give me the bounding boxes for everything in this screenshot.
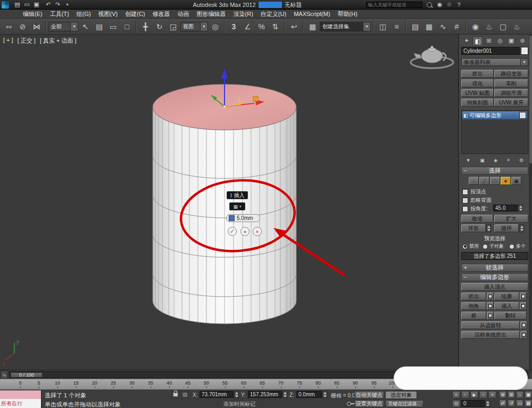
- select-and-scale-icon[interactable]: ◲: [167, 20, 180, 34]
- preview-subobject-radio[interactable]: [483, 244, 488, 249]
- menu-create[interactable]: 创建(C): [121, 10, 148, 19]
- caddy-type-dropdown[interactable]: ▦ ▾: [229, 202, 245, 210]
- menu-maxscript[interactable]: MAXScript(M): [290, 10, 334, 18]
- loop-spinner[interactable]: [519, 224, 524, 232]
- by-vertex-checkbox[interactable]: [462, 189, 468, 195]
- menu-modifiers[interactable]: 修改器: [149, 10, 174, 19]
- modifier-button-uvwmap[interactable]: UVW 贴图: [461, 89, 494, 97]
- mirror-icon[interactable]: ◫: [376, 20, 389, 34]
- caddy-cancel-button[interactable]: ×: [253, 227, 262, 236]
- z-coord-field[interactable]: 0.0mm: [296, 391, 322, 398]
- extrude-button[interactable]: 挤出: [461, 292, 486, 300]
- modifier-button-lathe[interactable]: 车削: [494, 79, 528, 87]
- go-to-start-button[interactable]: «: [452, 391, 460, 398]
- ring-spinner[interactable]: [486, 224, 491, 232]
- angle-snap-icon[interactable]: ∠: [241, 20, 254, 34]
- key-mode-toggle[interactable]: ⊙: [452, 400, 460, 407]
- new-scene-icon[interactable]: ▤: [13, 1, 22, 9]
- object-name-field[interactable]: Cylinder001: [461, 47, 520, 55]
- extrude-settings-button[interactable]: [487, 292, 494, 300]
- previous-frame-button[interactable]: ‹: [461, 391, 469, 398]
- remove-modifier-icon[interactable]: ×: [507, 157, 510, 163]
- select-and-move-icon[interactable]: ╋: [139, 20, 152, 34]
- named-selection-dropdown[interactable]: 创建选择集 ▾: [320, 22, 371, 31]
- key-filters-button[interactable]: 关键点过滤器...: [385, 400, 423, 407]
- material-editor-icon[interactable]: ◉: [469, 20, 482, 34]
- panel-scrollbar[interactable]: [529, 35, 532, 370]
- keyboard-override-icon[interactable]: ↩: [287, 20, 301, 34]
- graphite-ribbon-icon[interactable]: ▦: [422, 20, 436, 34]
- subobject-edge-icon[interactable]: ╱: [479, 177, 489, 185]
- subobject-border-icon[interactable]: □: [490, 177, 500, 185]
- caddy-insert-button[interactable]: ∥ 插入: [227, 191, 248, 199]
- play-button[interactable]: ▶: [470, 391, 478, 398]
- menu-graph-editors[interactable]: 图形编辑器: [193, 10, 230, 19]
- use-pivot-center-icon[interactable]: ◎: [209, 20, 222, 34]
- extrude-along-spline-button[interactable]: 沿样条线挤出: [461, 331, 520, 339]
- by-angle-checkbox[interactable]: [462, 206, 468, 212]
- caddy-apply-button[interactable]: +: [240, 227, 250, 236]
- insert-vertex-button[interactable]: 插入顶点: [461, 283, 528, 291]
- viewport-pov-menu[interactable]: [ 正交 ]: [18, 37, 36, 45]
- maxscript-mini-listener[interactable]: 所有在行: [0, 399, 41, 408]
- tab-modify[interactable]: ◧: [472, 36, 483, 45]
- schematic-view-icon[interactable]: #: [450, 20, 463, 34]
- select-object-icon[interactable]: ↖: [79, 20, 92, 34]
- set-key-button[interactable]: 设置关键点: [354, 400, 384, 407]
- modifier-list-dropdown[interactable]: 修改器列表 ▾: [461, 58, 528, 66]
- rollout-soft-selection-header[interactable]: + 软选择: [461, 264, 528, 272]
- x-coord-field[interactable]: 73.701mm: [200, 391, 234, 398]
- viewport-shading-menu[interactable]: [ 真实 + 边面 ]: [40, 37, 77, 45]
- configure-modifier-sets-icon[interactable]: ⚙: [519, 158, 523, 163]
- orbit-button[interactable]: ↺: [508, 399, 515, 407]
- extrude-along-spline-settings-button[interactable]: [520, 331, 527, 339]
- ring-button[interactable]: 环形: [461, 224, 486, 232]
- infocenter-search-input[interactable]: [366, 2, 422, 8]
- hinge-from-edge-button[interactable]: 从边旋转: [461, 321, 520, 329]
- zoom-extents-all-button[interactable]: ▣: [525, 391, 532, 398]
- selection-lock-toggle[interactable]: [171, 391, 179, 398]
- show-end-result-icon[interactable]: ▣: [480, 158, 485, 163]
- subobject-level-icon[interactable]: [519, 112, 526, 119]
- modifier-button-uvwunwrap[interactable]: UVW 展开: [494, 99, 528, 107]
- rendered-frame-window-icon[interactable]: ▢: [496, 20, 510, 34]
- add-time-tag[interactable]: 添加时间标记: [223, 401, 255, 408]
- ignore-backfacing-checkbox[interactable]: [462, 198, 468, 203]
- zoom-button[interactable]: ⊕: [499, 391, 506, 398]
- modifier-button-turbosmooth[interactable]: 涡轮平滑: [494, 89, 528, 97]
- caddy-amount-field[interactable]: 5.0mm: [226, 214, 260, 222]
- menu-group[interactable]: 组(G): [73, 10, 95, 19]
- subobject-vertex-icon[interactable]: ∴: [469, 177, 479, 185]
- x-coord-spinner[interactable]: [234, 391, 239, 398]
- spinner-snap-icon[interactable]: ⇅: [269, 20, 282, 34]
- outline-settings-button[interactable]: [520, 292, 527, 300]
- modifier-button-optimize[interactable]: 优化: [461, 79, 494, 87]
- menu-rendering[interactable]: 渲染(R): [230, 10, 257, 19]
- current-frame-spinner[interactable]: [485, 400, 490, 407]
- subobject-polygon-icon[interactable]: ■: [501, 177, 511, 185]
- tab-motion[interactable]: ◎: [495, 36, 505, 45]
- preview-disable-radio[interactable]: [462, 244, 468, 249]
- viewport[interactable]: x y [ + ] [ 正交 ] [ 真实 + 边面 ] ∥ 插入: [0, 35, 459, 370]
- snap-toggle-icon[interactable]: 3: [227, 20, 240, 34]
- maximize-viewport-toggle[interactable]: ▦: [525, 399, 532, 407]
- selection-region-icon[interactable]: ▭: [106, 20, 120, 34]
- window-crossing-icon[interactable]: □: [120, 20, 134, 34]
- selection-filter-dropdown[interactable]: 全部 ▾: [48, 22, 78, 31]
- percent-snap-icon[interactable]: %: [255, 20, 268, 34]
- current-frame-field[interactable]: 0: [461, 400, 485, 407]
- menu-edit[interactable]: 编辑(E): [19, 10, 46, 19]
- tab-hierarchy[interactable]: ⊞: [484, 36, 494, 45]
- viewport-general-menu[interactable]: [ + ]: [3, 37, 13, 45]
- object-color-swatch[interactable]: [521, 47, 528, 55]
- pin-stack-icon[interactable]: ▼: [466, 158, 471, 163]
- zoom-region-button[interactable]: ▭: [516, 399, 523, 407]
- grow-button[interactable]: 扩大: [494, 215, 528, 223]
- menu-views[interactable]: 视图(V): [95, 10, 122, 19]
- modifier-stack-row[interactable]: ◧ 可编辑多边形: [462, 111, 527, 119]
- layer-manager-icon[interactable]: ▤: [409, 20, 422, 34]
- absolute-mode-toggle[interactable]: ⊡: [181, 391, 189, 398]
- tab-create[interactable]: ✦: [461, 36, 472, 45]
- app-logo[interactable]: [1, 1, 10, 9]
- tab-utilities[interactable]: ⊛: [517, 36, 528, 45]
